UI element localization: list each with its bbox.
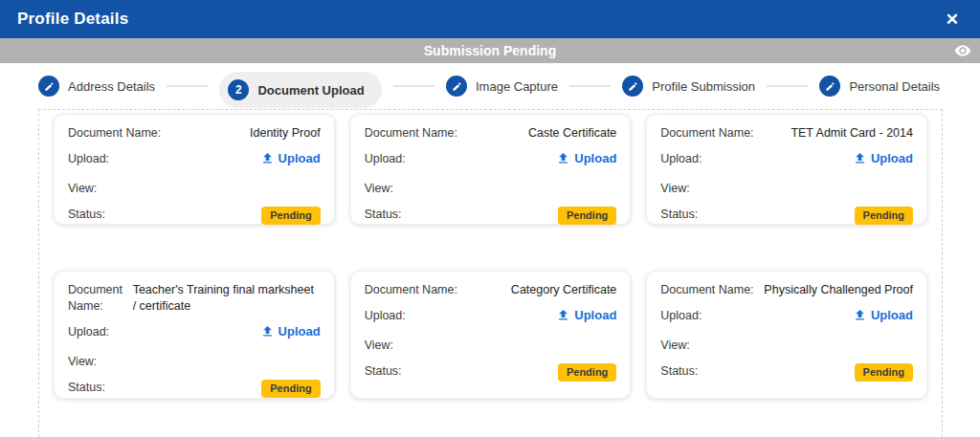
step-personal-details[interactable]: Personal Details [819, 76, 940, 97]
document-card: Document Name:TET Admit Card - 2014Uploa… [646, 114, 927, 225]
step-address-details[interactable]: Address Details [38, 76, 155, 97]
step-label: Profile Submission [652, 79, 755, 94]
upload-row: Upload:Upload [68, 324, 321, 340]
step-connector [393, 85, 434, 87]
status-row: Status:Pending [68, 207, 321, 225]
document-name-label: Document Name: [68, 282, 125, 315]
status-badge: Pending [261, 207, 320, 225]
upload-link[interactable]: Upload [853, 308, 913, 322]
upload-link-label: Upload [574, 151, 616, 165]
document-card: Document Name:Category CertificateUpload… [350, 271, 632, 399]
document-name-value: Teacher's Training final marksheet / cer… [133, 282, 321, 315]
view-label: View: [660, 181, 913, 197]
status-row: Status:Pending [660, 207, 913, 225]
view-label: View: [68, 354, 321, 370]
upload-link-label: Upload [871, 151, 913, 165]
status-label: Status: [365, 207, 550, 223]
documents-grid: Document Name:Identity ProofUpload:Uploa… [54, 114, 927, 399]
upload-row: Upload:Upload [660, 151, 913, 167]
modal-header: Profile Details ✕ [0, 0, 980, 38]
upload-link-label: Upload [278, 151, 321, 165]
upload-label: Upload: [365, 151, 549, 167]
upload-label: Upload: [660, 308, 845, 324]
status-row: Status:Pending [365, 363, 617, 382]
stepper: Address Details 2 Document Upload Image … [0, 63, 980, 109]
upload-link-label: Upload [278, 324, 321, 339]
step-label: Personal Details [849, 79, 940, 94]
status-badge: Pending [261, 380, 320, 398]
step-image-capture[interactable]: Image Capture [446, 76, 558, 97]
view-row: View: [660, 181, 913, 197]
status-badge: Pending [855, 363, 913, 382]
document-name-value: TET Admit Card - 2014 [791, 125, 913, 142]
upload-row: Upload:Upload [68, 151, 321, 167]
step-profile-submission[interactable]: Profile Submission [622, 76, 755, 97]
document-card: Document Name:Teacher's Training final m… [54, 271, 335, 399]
document-name-value: Identity Proof [250, 125, 321, 142]
status-badge: Pending [855, 207, 913, 225]
status-row: Status:Pending [68, 380, 321, 398]
upload-link[interactable]: Upload [556, 151, 616, 165]
edit-icon [38, 76, 59, 97]
profile-details-modal: Profile Details ✕ Submission Pending Add… [0, 0, 980, 437]
status-label: Status: [68, 207, 254, 223]
document-name-label: Document Name: [68, 125, 242, 142]
close-icon[interactable]: ✕ [942, 10, 963, 30]
upload-label: Upload: [365, 308, 549, 324]
edit-icon [819, 76, 840, 97]
document-card: Document Name:Caste CertificateUpload:Up… [350, 114, 632, 225]
status-label: Status: [365, 363, 550, 380]
upload-icon [260, 151, 275, 165]
document-name-label: Document Name: [660, 282, 756, 298]
view-label: View: [365, 338, 617, 354]
view-label: View: [660, 338, 913, 354]
step-number-badge: 2 [228, 79, 249, 100]
step-label: Address Details [68, 79, 155, 94]
step-connector [167, 85, 208, 87]
status-label: Status: [660, 207, 846, 223]
document-name-value: Caste Certificate [528, 125, 616, 142]
upload-row: Upload:Upload [660, 308, 913, 324]
step-label: Document Upload [257, 83, 364, 98]
upload-icon [853, 151, 867, 165]
document-card: Document Name:Identity ProofUpload:Uploa… [54, 114, 335, 225]
upload-link[interactable]: Upload [260, 151, 321, 165]
status-row: Status:Pending [660, 363, 913, 382]
submission-status-text: Submission Pending [424, 43, 556, 58]
upload-link-label: Upload [574, 308, 616, 322]
document-name-value: Physically Challenged Proof [764, 282, 913, 298]
edit-icon [622, 76, 643, 97]
upload-label: Upload: [660, 151, 845, 167]
upload-link[interactable]: Upload [556, 308, 616, 322]
upload-label: Upload: [68, 151, 253, 167]
documents-panel: Document Name:Identity ProofUpload:Uploa… [38, 109, 943, 437]
document-name-row: Document Name:TET Admit Card - 2014 [660, 125, 913, 142]
document-name-label: Document Name: [660, 125, 783, 142]
document-card: Document Name:Physically Challenged Proo… [646, 271, 927, 399]
page-title: Profile Details [17, 10, 128, 29]
upload-icon [556, 308, 570, 322]
view-row: View: [68, 354, 321, 370]
view-label: View: [365, 181, 617, 197]
status-row: Status:Pending [365, 207, 617, 225]
view-row: View: [365, 338, 617, 354]
step-connector [569, 85, 611, 87]
document-name-row: Document Name:Identity Proof [68, 125, 321, 142]
status-badge: Pending [558, 363, 616, 382]
document-name-row: Document Name:Category Certificate [365, 282, 617, 298]
upload-link[interactable]: Upload [260, 324, 321, 339]
step-label: Image Capture [476, 79, 558, 94]
upload-link[interactable]: Upload [853, 151, 913, 165]
upload-row: Upload:Upload [365, 308, 617, 324]
document-name-row: Document Name:Physically Challenged Proo… [660, 282, 913, 298]
document-name-label: Document Name: [365, 125, 521, 142]
step-connector [767, 85, 808, 87]
step-document-upload[interactable]: 2 Document Upload [219, 72, 381, 108]
document-name-row: Document Name:Teacher's Training final m… [68, 282, 321, 315]
upload-icon [853, 308, 867, 322]
upload-row: Upload:Upload [365, 151, 617, 167]
upload-link-label: Upload [871, 308, 913, 322]
document-name-value: Category Certificate [511, 282, 616, 298]
eye-icon[interactable] [954, 42, 971, 59]
upload-icon [556, 151, 570, 165]
